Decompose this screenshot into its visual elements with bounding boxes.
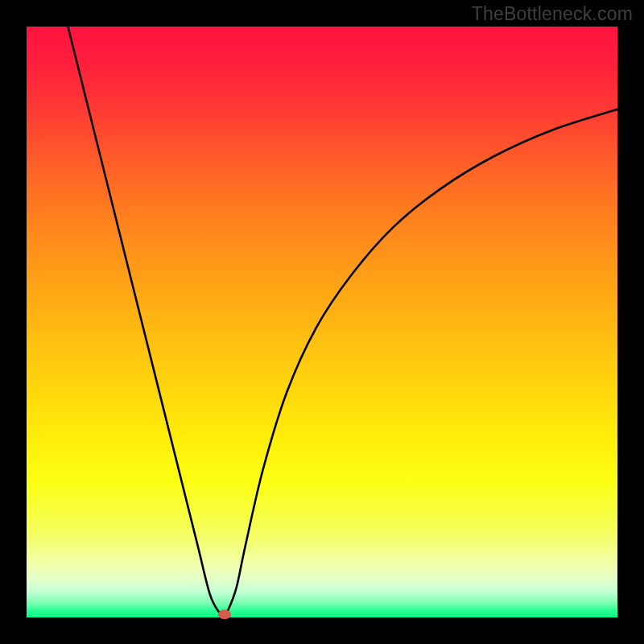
bottleneck-curve: [68, 27, 617, 615]
optimum-marker: [218, 609, 231, 619]
chart-frame: TheBottleneck.com: [0, 0, 644, 644]
curve-layer: [27, 27, 617, 617]
watermark-text: TheBottleneck.com: [472, 3, 633, 25]
